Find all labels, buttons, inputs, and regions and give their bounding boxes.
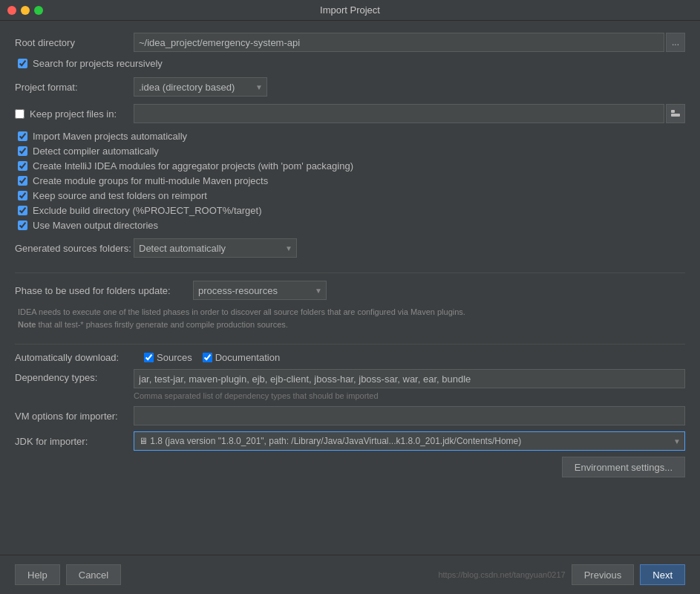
window-controls [7,6,43,15]
sources-checkbox[interactable] [144,353,154,362]
minimize-button[interactable] [21,6,30,15]
env-settings-button[interactable]: Environment settings... [562,457,685,477]
root-directory-browse-button[interactable]: ... [666,33,685,52]
phase-info: IDEA needs to execute one of the listed … [18,306,685,330]
divider-2 [15,344,685,345]
detect-compiler-checkbox[interactable] [18,146,27,156]
keep-source-folders-checkbox[interactable] [18,191,27,200]
generated-sources-select[interactable]: Detect automatically Generate sources fo… [134,238,297,258]
search-recursively-row: Search for projects recursively [15,58,685,69]
create-module-groups-label: Create module groups for multi-module Ma… [33,175,268,186]
detect-compiler-row: Detect compiler automatically [15,146,685,157]
project-format-label: Project format: [15,82,134,93]
window-title: Import Project [320,4,380,16]
phase-info-line1: IDEA needs to execute one of the listed … [18,306,685,319]
bottom-right-buttons: https://blog.csdn.net/tangyuan0217 Previ… [438,564,685,585]
jdk-importer-select[interactable]: 🖥 1.8 (java version "1.8.0_201", path: /… [134,431,685,451]
close-button[interactable] [7,6,16,15]
dependency-types-label: Dependency types: [15,369,134,383]
create-intellij-modules-checkbox[interactable] [18,161,27,171]
create-module-groups-row: Create module groups for multi-module Ma… [15,175,685,186]
vm-options-input[interactable] [134,406,685,425]
generated-sources-label: Generated sources folders: [15,243,134,254]
import-maven-label: Import Maven projects automatically [33,131,187,142]
previous-button[interactable]: Previous [572,564,635,585]
dialog-content: Root directory ... Search for projects r… [0,21,700,555]
project-format-select[interactable]: .idea (directory based) Eclipse (.classp… [134,77,267,97]
use-maven-output-row: Use Maven output directories [15,220,685,231]
divider-1 [15,272,685,273]
search-recursively-label: Search for projects recursively [33,58,163,69]
cancel-button[interactable]: Cancel [66,564,121,585]
dependency-types-row: Dependency types: [15,369,685,388]
use-maven-output-checkbox[interactable] [18,221,27,230]
bottom-left-buttons: Help Cancel [15,564,121,585]
phase-select-wrapper: process-resources generate-sources none … [193,281,327,300]
create-intellij-modules-row: Create IntelliJ IDEA modules for aggrega… [15,160,685,172]
keep-project-files-input[interactable] [134,104,664,123]
use-maven-output-label: Use Maven output directories [33,220,158,231]
create-intellij-modules-label: Create IntelliJ IDEA modules for aggrega… [33,160,353,172]
project-format-row: Project format: .idea (directory based) … [15,77,685,97]
svg-rect-1 [671,114,680,117]
vm-options-row: VM options for importer: [15,406,685,425]
vm-options-label: VM options for importer: [15,411,134,422]
keep-project-files-checkbox[interactable] [15,109,24,119]
auto-download-label: Automatically download: [15,352,134,363]
keep-source-folders-label: Keep source and test folders on reimport [33,190,207,201]
dependency-types-input[interactable] [134,369,685,388]
import-maven-checkbox[interactable] [18,131,27,141]
exclude-build-dir-row: Exclude build directory (%PROJECT_ROOT%/… [15,205,685,216]
next-button[interactable]: Next [640,564,685,585]
phase-select[interactable]: process-resources generate-sources none [193,281,327,300]
generated-sources-select-wrapper: Detect automatically Generate sources fo… [134,238,297,258]
jdk-importer-select-wrapper: 🖥 1.8 (java version "1.8.0_201", path: /… [134,431,685,451]
phase-row: Phase to be used for folders update: pro… [15,281,685,300]
phase-label: Phase to be used for folders update: [15,285,193,296]
keep-project-files-row: Keep project files in: [15,104,685,123]
keep-project-files-browse-button[interactable] [666,104,685,123]
exclude-build-dir-checkbox[interactable] [18,206,27,215]
import-project-window: Import Project Root directory ... Search… [0,0,700,594]
help-button[interactable]: Help [15,564,60,585]
search-recursively-checkbox[interactable] [18,59,27,68]
exclude-build-dir-label: Exclude build directory (%PROJECT_ROOT%/… [33,205,261,216]
watermark-text: https://blog.csdn.net/tangyuan0217 [438,570,565,579]
root-directory-row: Root directory ... [15,33,685,52]
project-format-select-wrapper: .idea (directory based) Eclipse (.classp… [134,77,267,97]
detect-compiler-label: Detect compiler automatically [33,146,159,157]
phase-info-line2: Note that all test-* phases firstly gene… [18,319,685,331]
bottom-buttons-bar: Help Cancel https://blog.csdn.net/tangyu… [0,555,700,594]
note-bold: Note [18,320,36,329]
generated-sources-row: Generated sources folders: Detect automa… [15,238,685,258]
create-module-groups-checkbox[interactable] [18,176,27,186]
documentation-label: Documentation [215,352,280,363]
keep-source-folders-row: Keep source and test folders on reimport [15,190,685,201]
root-directory-input[interactable] [134,33,664,52]
env-settings-row: Environment settings... [15,457,685,477]
import-maven-row: Import Maven projects automatically [15,131,685,142]
jdk-importer-row: JDK for importer: 🖥 1.8 (java version "1… [15,431,685,451]
jdk-importer-label: JDK for importer: [15,436,134,447]
sources-label: Sources [157,352,192,363]
dependency-types-hint: Comma separated list of dependency types… [134,391,685,400]
documentation-checkbox[interactable] [203,353,212,362]
keep-project-files-label: Keep project files in: [30,108,117,120]
root-directory-label: Root directory [15,37,134,48]
title-bar: Import Project [0,0,700,21]
svg-rect-0 [671,110,675,113]
auto-download-row: Automatically download: Sources Document… [15,352,685,363]
maximize-button[interactable] [34,6,43,15]
